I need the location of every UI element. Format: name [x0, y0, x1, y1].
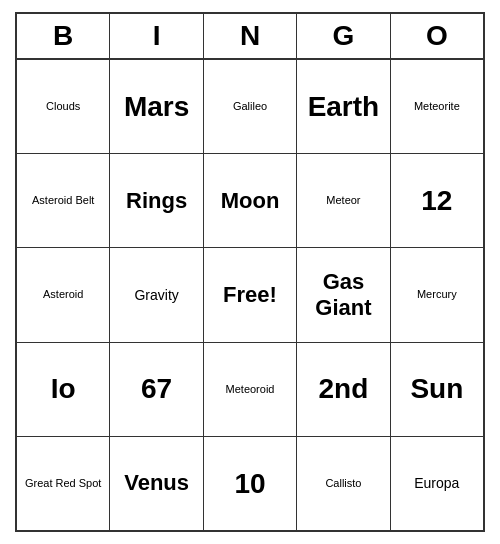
cell-text-2-3: Gas Giant [301, 269, 385, 322]
bingo-cell-1-3: Meteor [297, 154, 390, 247]
bingo-cell-1-4: 12 [391, 154, 483, 247]
cell-text-3-4: Sun [410, 372, 463, 406]
cell-text-0-2: Galileo [233, 100, 267, 113]
bingo-cell-1-2: Moon [204, 154, 297, 247]
bingo-body: CloudsMarsGalileoEarthMeteoriteAsteroid … [17, 60, 483, 530]
bingo-cell-4-4: Europa [391, 437, 483, 530]
bingo-cell-1-1: Rings [110, 154, 203, 247]
bingo-cell-4-3: Callisto [297, 437, 390, 530]
bingo-cell-3-2: Meteoroid [204, 343, 297, 436]
bingo-cell-3-1: 67 [110, 343, 203, 436]
cell-text-3-3: 2nd [319, 372, 369, 406]
cell-text-0-3: Earth [308, 90, 380, 124]
bingo-header: BINGO [17, 14, 483, 60]
cell-text-0-4: Meteorite [414, 100, 460, 113]
bingo-cell-0-2: Galileo [204, 60, 297, 153]
bingo-cell-0-4: Meteorite [391, 60, 483, 153]
cell-text-4-0: Great Red Spot [25, 477, 101, 490]
bingo-cell-2-3: Gas Giant [297, 248, 390, 341]
cell-text-1-3: Meteor [326, 194, 360, 207]
bingo-cell-4-1: Venus [110, 437, 203, 530]
cell-text-1-4: 12 [421, 184, 452, 218]
cell-text-2-0: Asteroid [43, 288, 83, 301]
bingo-cell-3-4: Sun [391, 343, 483, 436]
cell-text-1-0: Asteroid Belt [32, 194, 94, 207]
bingo-cell-2-2: Free! [204, 248, 297, 341]
bingo-cell-4-0: Great Red Spot [17, 437, 110, 530]
bingo-cell-0-3: Earth [297, 60, 390, 153]
cell-text-2-2: Free! [223, 282, 277, 308]
bingo-cell-4-2: 10 [204, 437, 297, 530]
bingo-row-3: Io67Meteoroid2ndSun [17, 343, 483, 437]
bingo-cell-3-0: Io [17, 343, 110, 436]
bingo-cell-0-0: Clouds [17, 60, 110, 153]
cell-text-4-3: Callisto [325, 477, 361, 490]
bingo-row-2: AsteroidGravityFree!Gas GiantMercury [17, 248, 483, 342]
cell-text-0-1: Mars [124, 90, 189, 124]
bingo-row-1: Asteroid BeltRingsMoonMeteor12 [17, 154, 483, 248]
cell-text-3-2: Meteoroid [226, 383, 275, 396]
bingo-cell-3-3: 2nd [297, 343, 390, 436]
header-letter-I: I [110, 14, 203, 58]
cell-text-3-0: Io [51, 372, 76, 406]
cell-text-4-1: Venus [124, 470, 189, 496]
cell-text-4-2: 10 [234, 467, 265, 501]
bingo-cell-2-1: Gravity [110, 248, 203, 341]
header-letter-G: G [297, 14, 390, 58]
header-letter-O: O [391, 14, 483, 58]
cell-text-0-0: Clouds [46, 100, 80, 113]
bingo-cell-1-0: Asteroid Belt [17, 154, 110, 247]
bingo-row-4: Great Red SpotVenus10CallistoEuropa [17, 437, 483, 530]
cell-text-3-1: 67 [141, 372, 172, 406]
bingo-row-0: CloudsMarsGalileoEarthMeteorite [17, 60, 483, 154]
bingo-cell-2-0: Asteroid [17, 248, 110, 341]
header-letter-B: B [17, 14, 110, 58]
cell-text-2-1: Gravity [134, 287, 178, 304]
bingo-cell-0-1: Mars [110, 60, 203, 153]
cell-text-2-4: Mercury [417, 288, 457, 301]
cell-text-4-4: Europa [414, 475, 459, 492]
header-letter-N: N [204, 14, 297, 58]
bingo-card: BINGO CloudsMarsGalileoEarthMeteoriteAst… [15, 12, 485, 532]
bingo-cell-2-4: Mercury [391, 248, 483, 341]
cell-text-1-2: Moon [221, 188, 280, 214]
cell-text-1-1: Rings [126, 188, 187, 214]
